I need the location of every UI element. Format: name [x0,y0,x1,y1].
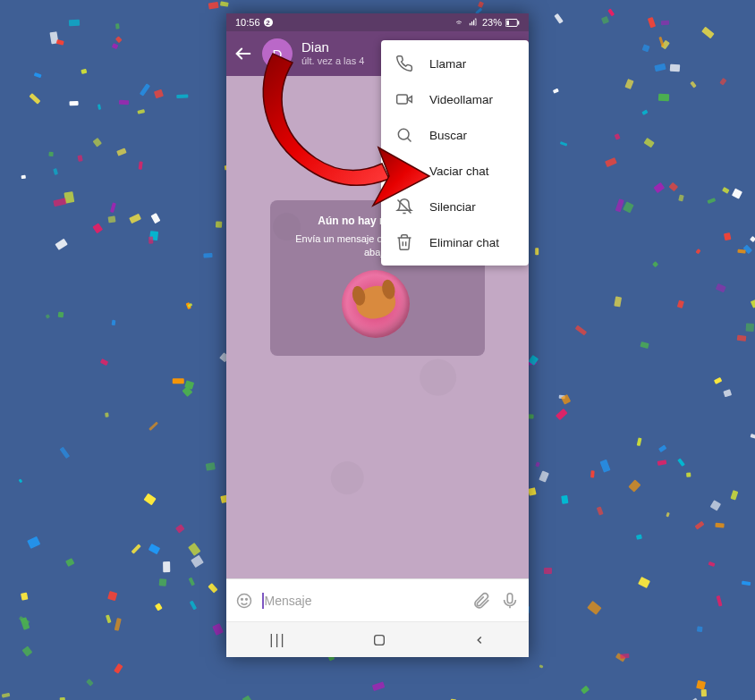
svg-line-16 [407,138,411,141]
svg-rect-1 [471,21,472,25]
status-badge: 2 [264,18,273,27]
svg-rect-6 [518,21,519,24]
menu-mute[interactable]: Silenciar [381,189,529,224]
svg-point-10 [246,598,248,600]
svg-marker-14 [407,97,411,103]
recents-icon[interactable]: ||| [269,632,285,648]
menu-call[interactable]: Llamar [381,46,529,81]
status-bar: 10:56 2 23% [226,13,529,31]
contact-name: Dian [301,39,364,55]
back-arrow-icon[interactable] [233,44,253,63]
svg-rect-3 [475,19,476,25]
menu-search[interactable]: Buscar [381,117,529,153]
svg-rect-5 [506,20,509,24]
greeting-sticker[interactable] [342,270,413,342]
wifi-icon [454,18,464,27]
home-icon[interactable] [372,633,386,647]
android-nav-bar: ||| [226,621,529,657]
menu-mute-label: Silenciar [429,200,476,214]
menu-delete-label: Eliminar chat [429,236,499,249]
video-icon [395,90,413,108]
menu-clear-chat[interactable]: Vaciar chat [381,153,529,189]
battery-icon [505,19,520,27]
svg-rect-0 [470,23,471,25]
mic-icon[interactable] [500,591,520,611]
avatar[interactable]: D [262,38,293,69]
status-battery: 23% [482,17,502,28]
message-input[interactable]: Mensaje [262,593,462,609]
text-cursor [262,593,264,609]
menu-search-label: Buscar [429,129,467,142]
header-text[interactable]: Dian últ. vez a las 4 [301,39,364,67]
svg-rect-13 [397,95,408,104]
svg-point-8 [238,594,251,607]
last-seen: últ. vez a las 4 [301,55,364,67]
phone-icon [395,55,413,72]
svg-point-15 [398,129,409,139]
signal-icon [468,18,479,27]
svg-rect-11 [507,593,513,603]
svg-rect-2 [473,21,474,26]
attach-icon[interactable] [471,591,491,611]
svg-rect-12 [375,635,385,645]
sticker-icon[interactable] [235,592,253,610]
svg-point-9 [242,598,243,600]
trash-icon [395,233,413,251]
message-placeholder: Mensaje [265,594,312,608]
phone-screenshot: 10:56 2 23% D Dian últ. vez a las 4 Aún … [226,13,529,657]
message-input-bar: Mensaje [226,578,529,621]
status-time: 10:56 [235,17,260,28]
avatar-letter: D [273,46,283,62]
broom-icon [395,162,413,180]
mute-icon [395,198,413,215]
back-nav-icon[interactable] [473,634,486,646]
menu-call-label: Llamar [429,57,466,71]
menu-clear-label: Vaciar chat [429,164,489,178]
search-icon [395,126,413,144]
context-menu: Llamar Videollamar Buscar Vaciar chat Si… [381,40,529,266]
menu-delete-chat[interactable]: Eliminar chat [381,224,529,260]
menu-videocall-label: Videollamar [429,93,493,106]
menu-videocall[interactable]: Videollamar [381,81,529,117]
